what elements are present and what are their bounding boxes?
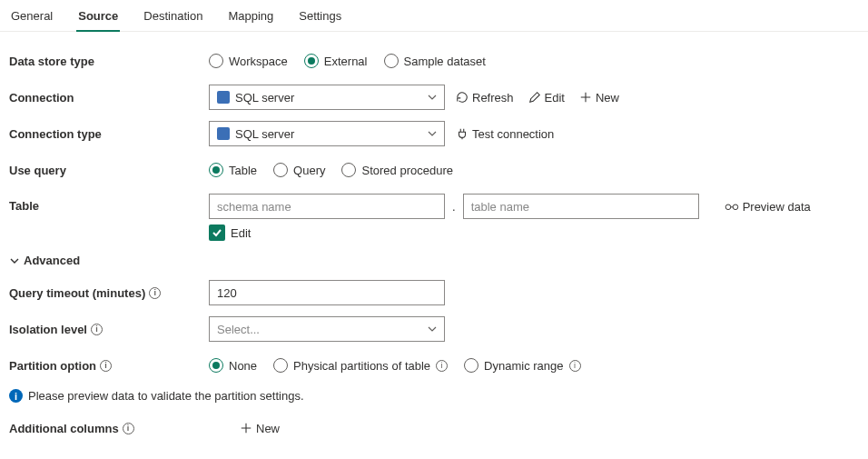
row-data-store-type: Data store type Workspace External Sampl… — [9, 48, 859, 74]
tab-general[interactable]: General — [9, 5, 54, 31]
isolation-level-select[interactable]: Select... — [209, 316, 445, 342]
refresh-button[interactable]: Refresh — [452, 89, 518, 106]
radio-label: External — [324, 55, 368, 68]
label-connection: Connection — [9, 91, 209, 105]
svg-point-0 — [725, 205, 731, 210]
label-query-timeout: Query timeout (minutes) i — [9, 286, 209, 300]
radio-label: Table — [229, 164, 257, 177]
radio-sample-dataset[interactable]: Sample dataset — [384, 54, 486, 68]
radio-label: Workspace — [229, 55, 288, 68]
plug-icon — [456, 127, 469, 140]
radio-external[interactable]: External — [304, 54, 368, 68]
preview-data-button[interactable]: Preview data — [721, 198, 814, 215]
info-icon[interactable]: i — [91, 324, 103, 335]
info-icon[interactable]: i — [569, 360, 581, 372]
tabs-bar: General Source Destination Mapping Setti… — [0, 0, 868, 32]
chevron-down-icon — [428, 324, 437, 334]
radio-icon — [209, 358, 223, 373]
pencil-icon — [528, 91, 541, 104]
label-partition-option: Partition option i — [9, 359, 209, 373]
sqlserver-icon — [217, 127, 230, 140]
preview-data-label: Preview data — [743, 200, 811, 214]
svg-point-1 — [733, 205, 738, 210]
label-text: Additional columns — [9, 422, 119, 435]
test-connection-button[interactable]: Test connection — [452, 125, 557, 143]
radio-label: Sample dataset — [404, 55, 486, 68]
radio-partition-dynamic[interactable]: Dynamic range i — [464, 358, 580, 373]
schema-input[interactable] — [209, 194, 445, 219]
new-button[interactable]: New — [576, 89, 623, 106]
row-table: Table . Preview data Edit — [9, 194, 859, 241]
info-text: Please preview data to validate the part… — [28, 389, 304, 403]
edit-label: Edit — [545, 91, 565, 105]
isolation-placeholder: Select... — [217, 323, 260, 336]
radio-table[interactable]: Table — [209, 163, 257, 177]
test-connection-label: Test connection — [472, 127, 554, 141]
refresh-icon — [456, 91, 469, 104]
radio-partition-none[interactable]: None — [209, 358, 257, 373]
plus-icon — [579, 91, 592, 104]
table-name-input[interactable] — [463, 194, 699, 219]
label-use-query: Use query — [9, 164, 209, 177]
info-icon[interactable]: i — [123, 423, 134, 434]
row-partition-option: Partition option i None Physical partiti… — [9, 353, 859, 378]
label-text: Partition option — [9, 359, 96, 373]
new-label: New — [596, 91, 619, 105]
radio-workspace[interactable]: Workspace — [209, 54, 288, 68]
row-connection: Connection SQL server Refresh Edit New — [9, 85, 859, 110]
radio-icon — [209, 163, 223, 177]
partition-info-message: i Please preview data to validate the pa… — [9, 389, 859, 403]
connection-type-select[interactable]: SQL server — [209, 121, 445, 146]
tab-destination[interactable]: Destination — [142, 5, 204, 31]
connection-select-value: SQL server — [235, 91, 294, 105]
radio-icon — [464, 358, 478, 373]
radio-icon — [209, 54, 223, 68]
info-icon[interactable]: i — [436, 360, 448, 372]
radio-icon — [384, 54, 399, 68]
chevron-down-icon — [428, 93, 437, 102]
info-icon[interactable]: i — [149, 287, 161, 299]
add-column-label: New — [256, 422, 280, 435]
radio-label: Physical partitions of table — [293, 359, 430, 373]
label-table: Table — [9, 194, 209, 213]
edit-button[interactable]: Edit — [525, 89, 568, 106]
tab-mapping[interactable]: Mapping — [226, 5, 275, 31]
connection-select[interactable]: SQL server — [209, 85, 445, 110]
label-isolation-level: Isolation level i — [9, 323, 209, 336]
check-icon — [212, 227, 222, 238]
form-area: Data store type Workspace External Sampl… — [0, 32, 868, 459]
tab-source[interactable]: Source — [76, 5, 120, 32]
tab-settings[interactable]: Settings — [297, 5, 343, 31]
query-timeout-input[interactable] — [209, 280, 445, 305]
row-query-timeout: Query timeout (minutes) i — [9, 280, 859, 305]
row-connection-type: Connection type SQL server Test connecti… — [9, 121, 859, 146]
refresh-label: Refresh — [472, 91, 514, 105]
label-additional-columns: Additional columns i — [9, 422, 209, 435]
radio-icon — [341, 163, 356, 177]
label-connection-type: Connection type — [9, 127, 209, 141]
radio-label: Query — [293, 164, 325, 177]
edit-checkbox[interactable] — [209, 225, 225, 241]
advanced-label: Advanced — [24, 254, 80, 267]
plus-icon — [240, 422, 252, 434]
label-text: Query timeout (minutes) — [9, 286, 145, 300]
radio-label: Dynamic range — [484, 359, 563, 373]
info-icon: i — [9, 389, 23, 403]
sqlserver-icon — [217, 91, 230, 104]
info-icon[interactable]: i — [100, 360, 112, 372]
glasses-icon — [725, 201, 739, 212]
radio-label: None — [229, 359, 257, 373]
add-column-button[interactable]: New — [236, 420, 283, 437]
radio-partition-physical[interactable]: Physical partitions of table i — [273, 358, 448, 373]
radio-icon — [273, 163, 288, 177]
row-isolation-level: Isolation level i Select... — [9, 316, 859, 342]
chevron-down-icon — [9, 255, 20, 266]
radio-stored-procedure[interactable]: Stored procedure — [341, 163, 452, 177]
radio-icon — [304, 54, 319, 68]
edit-checkbox-label: Edit — [231, 226, 251, 240]
advanced-toggle[interactable]: Advanced — [9, 254, 859, 267]
radio-icon — [273, 358, 288, 373]
radio-query[interactable]: Query — [273, 163, 325, 177]
chevron-down-icon — [428, 129, 437, 138]
row-additional-columns: Additional columns i New — [9, 415, 859, 441]
